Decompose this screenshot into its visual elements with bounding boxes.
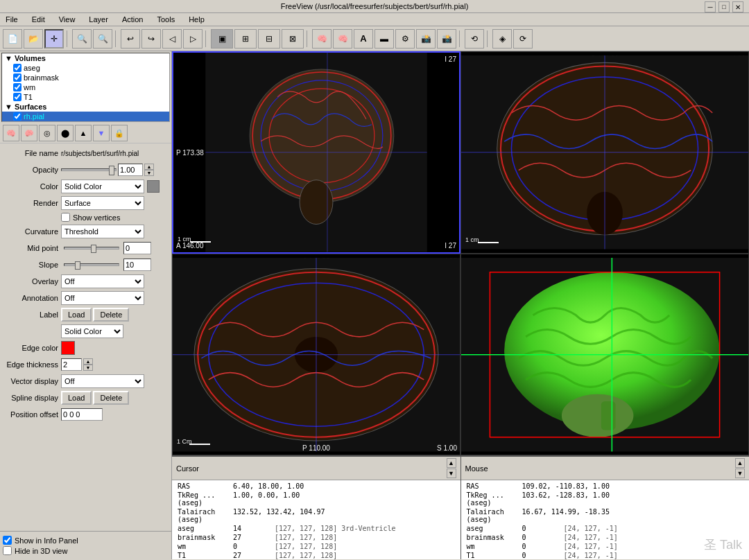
viewport-3d[interactable] [460,254,749,456]
menu-layer[interactable]: Layer [86,15,111,24]
tool-snap2[interactable]: 📸 [437,29,456,49]
opacity-slider[interactable] [61,168,117,171]
opacity-thumb[interactable] [109,166,114,175]
svg-point-5 [300,180,333,225]
brainmask-checkbox[interactable] [13,73,21,82]
viewport-coronal[interactable]: S 129.00 I 28 A 209.38 L 184.98 [460,51,749,254]
layer-tree[interactable]: ▼ Volumes aseg brainmask wm T1 ▼ Surfa [1,53,170,122]
tool-view4[interactable]: ⊠ [282,29,304,49]
hide3d-label: Hide in 3D view [15,547,67,555]
edgethickness-spin-up[interactable]: ▲ [83,358,93,365]
annotation-select[interactable]: Off [61,291,144,305]
tool-extra1[interactable]: ◈ [492,29,512,49]
opacity-spin-down[interactable]: ▼ [144,170,154,176]
wm-checkbox[interactable] [13,83,21,91]
tool-brain2[interactable]: 🧠 [333,29,352,49]
t1-checkbox[interactable] [13,93,21,101]
menu-view[interactable]: View [56,15,78,24]
layer-brainmask[interactable]: brainmask [2,73,169,82]
close-btn[interactable]: ✕ [732,1,743,12]
overlay-select[interactable]: Off [61,274,144,288]
mouse-scroll-down[interactable]: ▼ [735,469,745,478]
layer-t1[interactable]: T1 [2,92,169,102]
positionoffset-row: Position offset 0 0 0 [3,408,169,421]
label-delete-btn[interactable]: Delete [93,308,129,322]
tool-cursor[interactable]: ✛ [44,29,64,49]
minimize-btn[interactable]: ─ [705,1,716,12]
menu-edit[interactable]: Edit [29,15,48,24]
tool-sync[interactable]: ⟲ [465,29,484,49]
tool-a[interactable]: A [354,29,373,49]
rhpial-checkbox[interactable] [13,112,21,121]
layer-wm[interactable]: wm [2,82,169,92]
iconbar-lock[interactable]: 🔒 [111,125,128,141]
tool-brain1[interactable]: 🧠 [312,29,332,49]
cursor-row-6: T127[127, 127, 128] [173,551,459,559]
tool-view3[interactable]: ⊟ [258,29,280,49]
slope-input[interactable]: 10 [123,259,151,271]
menu-tools[interactable]: Tools [154,15,178,24]
tool-redo[interactable]: ↪ [141,29,161,49]
layer-rhwhite[interactable]: rh.white [2,121,169,122]
menu-action[interactable]: Action [119,15,146,24]
tool-back[interactable]: ◁ [162,29,182,49]
iconbar-up[interactable]: ▲ [75,125,92,141]
tool-view2[interactable]: ⊞ [234,29,257,49]
iconbar-brain-l[interactable]: 🧠 [3,125,19,141]
solidcolor-select[interactable]: Solid Color [61,324,123,338]
iconbar-down[interactable]: ▼ [93,125,110,141]
maximize-btn[interactable]: □ [718,1,730,12]
menu-help[interactable]: Help [186,15,207,24]
viewport-axial[interactable]: A 146.00 I 27 R 198.40 L 185.60 [172,254,460,456]
wm-label: wm [24,83,35,91]
hide3d-checkbox[interactable] [3,546,12,555]
label-load-btn[interactable]: Load [61,308,92,322]
slope-thumb[interactable] [75,261,80,270]
tool-new[interactable]: 📄 [3,29,22,49]
tool-open[interactable]: 📂 [24,29,43,49]
vectordisplay-select[interactable]: Off [61,374,144,388]
opacity-spin-up[interactable]: ▲ [144,164,154,170]
spline-load-btn[interactable]: Load [61,391,92,405]
tool-settings[interactable]: ⚙ [395,29,415,49]
tool-snap1[interactable]: 📸 [416,29,436,49]
aseg-checkbox[interactable] [13,64,21,72]
mouse-scroll-up[interactable]: ▲ [735,458,745,468]
color-select[interactable]: Solid Color [61,180,144,193]
tool-fwd[interactable]: ▷ [183,29,203,49]
vp2-scale: 1 cm [465,236,479,243]
tool-colorbar[interactable]: ▬ [374,29,394,49]
layer-rhpial[interactable]: rh.pial [2,112,169,121]
opacity-input[interactable]: 1.00 [118,164,143,176]
spline-delete-btn[interactable]: Delete [93,391,129,405]
cursor-panel-content[interactable]: RAS6.40, 18.00, 1.00 TkReg ...(aseg)1.00… [172,480,460,559]
tool-zoom-out[interactable]: 🔍 [93,29,112,49]
color-preview[interactable] [147,180,160,193]
midpoint-thumb[interactable] [91,245,96,253]
cursor-scroll-up[interactable]: ▲ [447,458,456,468]
edge-color-swatch[interactable] [61,341,75,355]
slope-slider[interactable] [64,263,119,266]
positionoffset-input[interactable]: 0 0 0 [61,408,103,421]
iconbar-brain-3[interactable]: ◎ [39,125,55,141]
midpoint-input[interactable]: 0 [123,242,151,254]
tool-zoom-in[interactable]: 🔍 [72,29,92,49]
tool-view1[interactable]: ▣ [211,29,233,49]
iconbar-brain-r[interactable]: 🧠 [21,125,37,141]
viewport-sagittal[interactable]: S 129.00 I 27 P 173.38 [172,51,460,254]
curvature-select[interactable]: Threshold [61,225,144,238]
cursor-scroll-down[interactable]: ▼ [447,469,456,478]
tool-undo[interactable]: ↩ [121,29,140,49]
iconbar-brain-4[interactable]: ⬤ [57,125,74,141]
layer-aseg[interactable]: aseg [2,63,169,73]
edgethickness-input[interactable]: 2 [61,358,82,371]
menu-file[interactable]: File [3,15,21,24]
mouse-panel-content[interactable]: RAS109.02, -110.83, 1.00 TkReg ...(aseg)… [461,480,750,559]
show-vertices-checkbox[interactable] [61,213,70,222]
opacity-label: Opacity [3,166,58,174]
render-select[interactable]: Surface [61,196,144,210]
showinfopanel-checkbox[interactable] [3,536,12,545]
edgethickness-spin-down[interactable]: ▼ [83,365,93,371]
tool-extra2[interactable]: ⟳ [513,29,533,49]
midpoint-slider[interactable] [64,247,119,250]
